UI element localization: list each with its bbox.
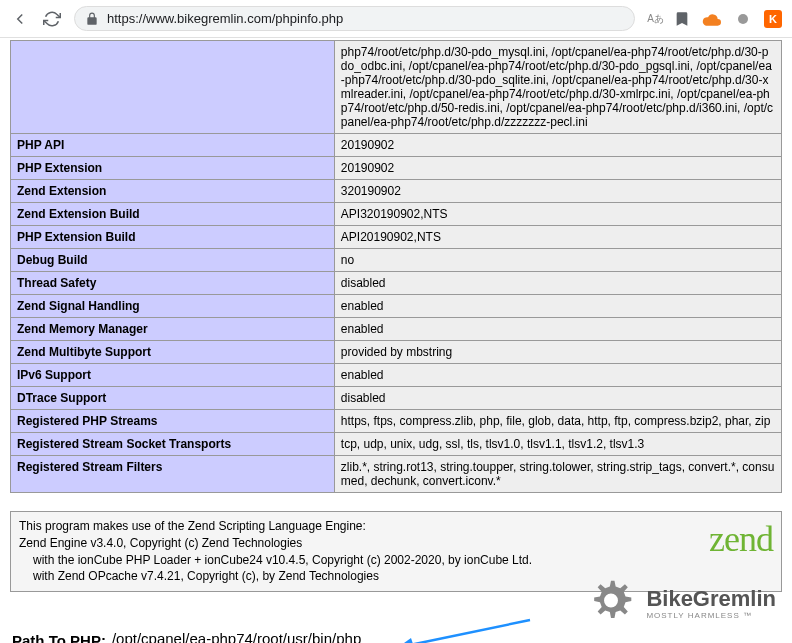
row-value: php74/root/etc/php.d/30-pdo_mysql.ini, /… bbox=[334, 41, 781, 134]
row-label: Registered PHP Streams bbox=[11, 410, 335, 433]
row-label bbox=[11, 41, 335, 134]
row-value: enabled bbox=[334, 364, 781, 387]
row-label: Registered Stream Filters bbox=[11, 456, 335, 493]
row-value: API320190902,NTS bbox=[334, 203, 781, 226]
row-value: provided by mbstring bbox=[334, 341, 781, 364]
table-row: Debug Buildno bbox=[11, 249, 782, 272]
path-value: /opt/cpanel/ea-php74/root/usr/bin/php bbox=[112, 630, 361, 643]
svg-marker-1 bbox=[397, 638, 415, 643]
row-label: Zend Signal Handling bbox=[11, 295, 335, 318]
zend-text: This program makes use of the Zend Scrip… bbox=[19, 518, 532, 585]
reload-button[interactable] bbox=[42, 9, 62, 29]
zend-line: This program makes use of the Zend Scrip… bbox=[19, 518, 532, 535]
table-row: PHP API20190902 bbox=[11, 134, 782, 157]
row-value: tcp, udp, unix, udg, ssl, tls, tlsv1.0, … bbox=[334, 433, 781, 456]
zend-line: with the ionCube PHP Loader + ionCube24 … bbox=[19, 552, 532, 569]
brand-sub: MOSTLY HARMLESS ™ bbox=[646, 612, 776, 620]
row-value: enabled bbox=[334, 295, 781, 318]
extension-grey-icon[interactable] bbox=[732, 8, 754, 30]
table-row: Registered PHP Streamshttps, ftps, compr… bbox=[11, 410, 782, 433]
table-row: Zend Extension320190902 bbox=[11, 180, 782, 203]
svg-line-0 bbox=[405, 620, 530, 643]
row-value: API20190902,NTS bbox=[334, 226, 781, 249]
row-label: DTrace Support bbox=[11, 387, 335, 410]
brand-text: BikeGremlin MOSTLY HARMLESS ™ bbox=[646, 588, 776, 620]
row-label: Registered Stream Socket Transports bbox=[11, 433, 335, 456]
zend-line: with Zend OPcache v7.4.21, Copyright (c)… bbox=[19, 568, 532, 585]
brand-main: BikeGremlin bbox=[646, 588, 776, 610]
table-row: Zend Memory Managerenabled bbox=[11, 318, 782, 341]
translate-icon[interactable]: Aあ bbox=[647, 12, 664, 26]
row-label: Zend Memory Manager bbox=[11, 318, 335, 341]
gear-icon bbox=[582, 575, 640, 633]
row-label: PHP Extension Build bbox=[11, 226, 335, 249]
table-row: PHP Extension BuildAPI20190902,NTS bbox=[11, 226, 782, 249]
table-row: Zend Signal Handlingenabled bbox=[11, 295, 782, 318]
row-label: Zend Multibyte Support bbox=[11, 341, 335, 364]
row-label: PHP Extension bbox=[11, 157, 335, 180]
row-value: enabled bbox=[334, 318, 781, 341]
row-value: disabled bbox=[334, 387, 781, 410]
table-row: Zend Extension BuildAPI320190902,NTS bbox=[11, 203, 782, 226]
url-text: https://www.bikegremlin.com/phpinfo.php bbox=[107, 11, 624, 26]
table-row: Thread Safetydisabled bbox=[11, 272, 782, 295]
row-value: 20190902 bbox=[334, 134, 781, 157]
row-value: 320190902 bbox=[334, 180, 781, 203]
extension-k-icon[interactable]: K bbox=[764, 10, 782, 28]
row-value: 20190902 bbox=[334, 157, 781, 180]
row-value: disabled bbox=[334, 272, 781, 295]
table-row: Registered Stream Socket Transportstcp, … bbox=[11, 433, 782, 456]
zend-line: Zend Engine v3.4.0, Copyright (c) Zend T… bbox=[19, 535, 532, 552]
row-value: zlib.*, string.rot13, string.toupper, st… bbox=[334, 456, 781, 493]
arrow-annotation-icon bbox=[395, 612, 535, 643]
address-bar[interactable]: https://www.bikegremlin.com/phpinfo.php bbox=[74, 6, 635, 31]
table-row: PHP Extension20190902 bbox=[11, 157, 782, 180]
page-content: php74/root/etc/php.d/30-pdo_mysql.ini, /… bbox=[0, 40, 792, 643]
row-label: Thread Safety bbox=[11, 272, 335, 295]
path-label: Path To PHP: bbox=[12, 632, 106, 643]
extension-cloudflare-icon[interactable] bbox=[700, 8, 722, 30]
row-value: https, ftps, compress.zlib, php, file, g… bbox=[334, 410, 781, 433]
table-row: IPv6 Supportenabled bbox=[11, 364, 782, 387]
bookmark-icon[interactable] bbox=[674, 11, 690, 27]
zend-logo: zend bbox=[709, 518, 773, 560]
browser-toolbar: https://www.bikegremlin.com/phpinfo.php … bbox=[0, 0, 792, 38]
row-label: IPv6 Support bbox=[11, 364, 335, 387]
row-label: PHP API bbox=[11, 134, 335, 157]
phpinfo-table: php74/root/etc/php.d/30-pdo_mysql.ini, /… bbox=[10, 40, 782, 493]
bikegremlin-logo: BikeGremlin MOSTLY HARMLESS ™ bbox=[582, 575, 776, 633]
lock-icon bbox=[85, 12, 99, 26]
table-row: Registered Stream Filterszlib.*, string.… bbox=[11, 456, 782, 493]
back-button[interactable] bbox=[10, 9, 30, 29]
table-row: DTrace Supportdisabled bbox=[11, 387, 782, 410]
row-label: Zend Extension bbox=[11, 180, 335, 203]
row-label: Zend Extension Build bbox=[11, 203, 335, 226]
toolbar-right: Aあ K bbox=[647, 8, 782, 30]
table-row: Zend Multibyte Supportprovided by mbstri… bbox=[11, 341, 782, 364]
row-label: Debug Build bbox=[11, 249, 335, 272]
row-value: no bbox=[334, 249, 781, 272]
table-row: php74/root/etc/php.d/30-pdo_mysql.ini, /… bbox=[11, 41, 782, 134]
